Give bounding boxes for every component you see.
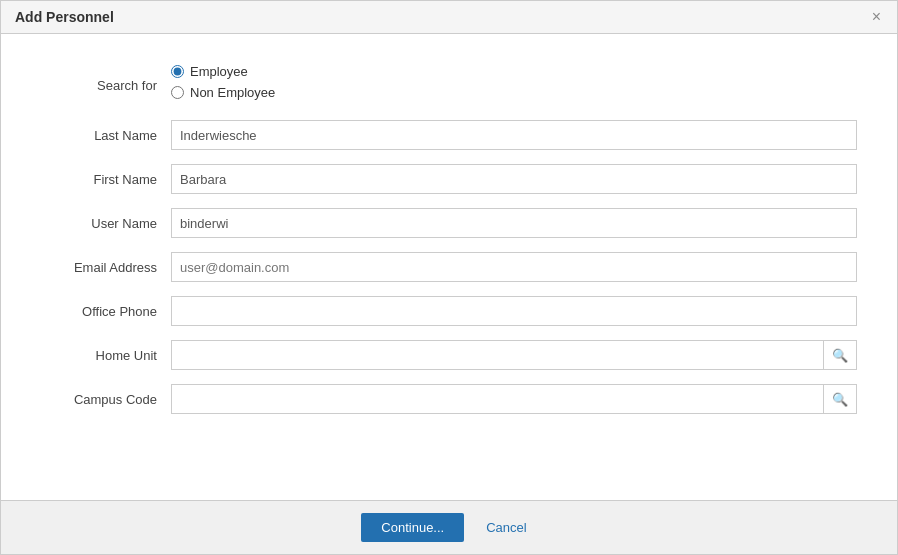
last-name-input[interactable] [171,120,857,150]
home-unit-row: Home Unit 🔍 [41,340,857,370]
dialog-body: Search for Employee Non Employee Last Na… [1,34,897,500]
home-unit-field: 🔍 [171,340,857,370]
email-address-input[interactable] [171,252,857,282]
office-phone-input[interactable] [171,296,857,326]
user-name-row: User Name [41,208,857,238]
email-address-label: Email Address [41,260,171,275]
campus-code-search-button[interactable]: 🔍 [823,385,856,413]
home-unit-label: Home Unit [41,348,171,363]
campus-code-input[interactable] [172,385,823,413]
campus-code-row: Campus Code 🔍 [41,384,857,414]
dialog-title: Add Personnel [15,9,114,25]
close-button[interactable]: × [870,9,883,25]
email-address-row: Email Address [41,252,857,282]
search-icon: 🔍 [832,392,848,407]
home-unit-search-button[interactable]: 🔍 [823,341,856,369]
search-for-label: Search for [41,78,171,93]
user-name-label: User Name [41,216,171,231]
office-phone-label: Office Phone [41,304,171,319]
last-name-row: Last Name [41,120,857,150]
campus-code-field: 🔍 [171,384,857,414]
cancel-button[interactable]: Cancel [476,513,536,542]
search-icon: 🔍 [832,348,848,363]
dialog-header: Add Personnel × [1,1,897,34]
first-name-input[interactable] [171,164,857,194]
user-name-input[interactable] [171,208,857,238]
search-for-row: Search for Employee Non Employee [41,64,857,106]
employee-radio-label: Employee [190,64,248,79]
campus-code-label: Campus Code [41,392,171,407]
office-phone-row: Office Phone [41,296,857,326]
first-name-label: First Name [41,172,171,187]
add-personnel-dialog: Add Personnel × Search for Employee Non … [0,0,898,555]
non-employee-option[interactable]: Non Employee [171,85,275,100]
employee-radio[interactable] [171,65,184,78]
non-employee-radio-label: Non Employee [190,85,275,100]
continue-button[interactable]: Continue... [361,513,464,542]
employee-option[interactable]: Employee [171,64,275,79]
home-unit-input[interactable] [172,341,823,369]
search-for-radio-group: Employee Non Employee [171,64,275,106]
non-employee-radio[interactable] [171,86,184,99]
dialog-footer: Continue... Cancel [1,500,897,554]
last-name-label: Last Name [41,128,171,143]
first-name-row: First Name [41,164,857,194]
